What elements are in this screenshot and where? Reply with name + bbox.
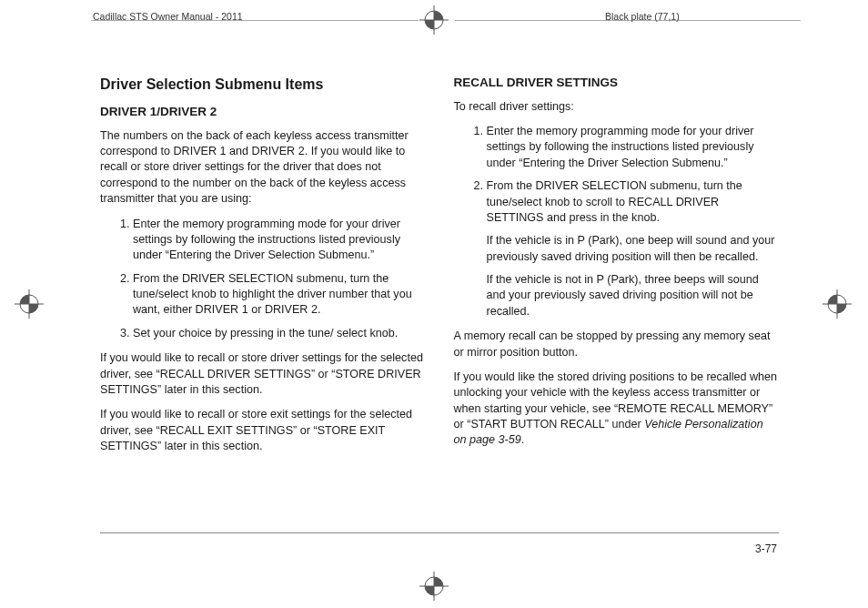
numbered-steps: Enter the memory programming mode for yo… bbox=[100, 217, 425, 342]
body-paragraph: To recall driver settings: bbox=[454, 99, 779, 115]
step-continuation: If the vehicle is in P (Park), one beep … bbox=[487, 233, 779, 265]
body-paragraph: If you would like the stored driving pos… bbox=[454, 370, 779, 449]
body-paragraph: The numbers on the back of each keyless … bbox=[100, 128, 425, 208]
footer-rule bbox=[100, 532, 779, 533]
crop-mark-left bbox=[15, 289, 44, 319]
subsection-heading: DRIVER 1/DRIVER 2 bbox=[100, 104, 425, 121]
step-text: From the DRIVER SELECTION submenu, turn … bbox=[487, 179, 742, 224]
running-header-right: Black plate (77,1) bbox=[605, 11, 680, 22]
step-continuation: If the vehicle is not in P (Park), three… bbox=[487, 272, 779, 319]
numbered-steps: Enter the memory programming mode for yo… bbox=[454, 124, 779, 319]
section-heading: Driver Selection Submenu Items bbox=[100, 75, 425, 95]
manual-page: Cadillac STS Owner Manual - 2011 Black p… bbox=[0, 0, 868, 608]
column-right: RECALL DRIVER SETTINGS To recall driver … bbox=[454, 75, 779, 463]
crop-mark-bottom bbox=[419, 572, 449, 601]
list-item: Enter the memory programming mode for yo… bbox=[487, 124, 779, 171]
crop-mark-top bbox=[419, 5, 449, 35]
list-item: From the DRIVER SELECTION submenu, turn … bbox=[487, 178, 779, 319]
body-paragraph: If you would like to recall or store exi… bbox=[100, 407, 425, 454]
crop-mark-right bbox=[823, 289, 852, 319]
body-paragraph: A memory recall can be stopped by pressi… bbox=[454, 329, 779, 360]
text-run: . bbox=[521, 433, 525, 446]
list-item: Set your choice by pressing in the tune/… bbox=[133, 326, 425, 341]
running-header-left: Cadillac STS Owner Manual - 2011 bbox=[93, 11, 243, 22]
page-number: 3-77 bbox=[755, 542, 777, 555]
body-paragraph: If you would like to recall or store dri… bbox=[100, 350, 425, 398]
list-item: Enter the memory programming mode for yo… bbox=[133, 217, 425, 264]
body-columns: Driver Selection Submenu Items DRIVER 1/… bbox=[100, 75, 778, 463]
list-item: From the DRIVER SELECTION submenu, turn … bbox=[133, 271, 425, 319]
subsection-heading: RECALL DRIVER SETTINGS bbox=[454, 75, 779, 92]
column-left: Driver Selection Submenu Items DRIVER 1/… bbox=[100, 75, 425, 463]
